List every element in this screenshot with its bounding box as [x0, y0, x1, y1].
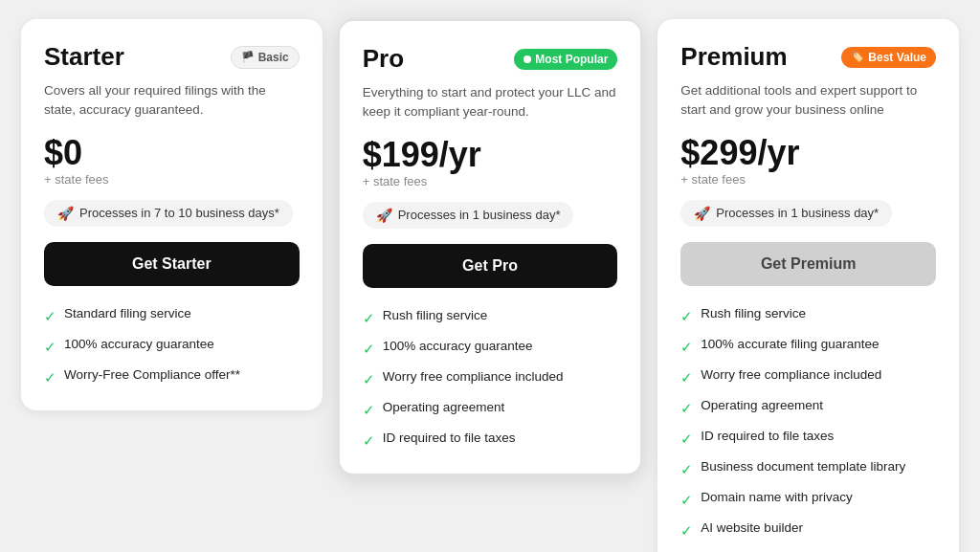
feature-text: Domain name with privacy [701, 489, 852, 507]
feature-item: ✓ Worry free compliance included [363, 368, 618, 389]
feature-item: ✓ Standard filing service [44, 305, 300, 326]
plan-title-pro: Pro [363, 44, 404, 74]
plan-badge-starter: 🏴 Basic [231, 46, 300, 69]
plan-badge-label-pro: Most Popular [535, 53, 608, 66]
plan-title-premium: Premium [680, 42, 787, 72]
check-icon: ✓ [680, 398, 693, 418]
plan-price-starter: $0 [44, 136, 300, 170]
plan-header-pro: Pro Most Popular [363, 44, 618, 74]
check-icon: ✓ [680, 490, 693, 510]
plan-process-time-premium: Processes in 1 business day* [716, 206, 879, 220]
features-list-starter: ✓ Standard filing service ✓ 100% accurac… [44, 305, 300, 387]
check-icon: ✓ [44, 367, 56, 387]
feature-item: ✓ 100% accuracy guarantee [363, 338, 618, 359]
feature-text: Worry free compliance included [383, 368, 564, 386]
feature-text: Rush filing service [383, 307, 488, 325]
plan-process-time-starter: Processes in 7 to 10 business days* [79, 206, 279, 220]
check-icon: ✓ [680, 306, 693, 326]
feature-text: Standard filing service [64, 305, 191, 323]
feature-item: ✓ 100% accuracy guarantee [44, 336, 300, 357]
feature-item: ✓ 100% accurate filing guarantee [680, 336, 936, 357]
plan-process-time-pro: Processes in 1 business day* [398, 208, 561, 222]
check-icon: ✓ [680, 429, 693, 449]
feature-text: Rush filing service [701, 305, 806, 323]
plan-process-badge-starter: 🚀 Processes in 7 to 10 business days* [44, 200, 293, 227]
feature-item: ✓ Operating agreement [680, 397, 936, 418]
feature-text: 100% accuracy guarantee [64, 336, 214, 354]
plan-process-badge-premium: 🚀 Processes in 1 business day* [680, 200, 892, 227]
plan-card-pro: Pro Most Popular Everything to start and… [338, 19, 643, 475]
feature-text: Worry-Free Compliance offer** [64, 366, 240, 385]
feature-item: ✓ ID required to file taxes [363, 430, 618, 451]
rocket-icon-premium: 🚀 [694, 206, 710, 221]
feature-text: Business document template library [701, 458, 905, 476]
check-icon: ✓ [363, 308, 375, 328]
check-icon: ✓ [680, 337, 693, 357]
cta-button-starter[interactable]: Get Starter [44, 242, 300, 286]
feature-text: Worry free compliance included [701, 366, 881, 385]
plan-state-fees-premium: + state fees [680, 172, 936, 187]
feature-item: ✓ Rush filing service [680, 305, 936, 326]
plan-card-premium: Premium 🏷️ Best Value Get additional too… [657, 19, 959, 552]
feature-item: ✓ Domain name with privacy [680, 489, 936, 510]
plan-card-starter: Starter 🏴 Basic Covers all your required… [21, 19, 323, 410]
plan-title-starter: Starter [44, 42, 124, 72]
feature-item: ✓ AI website builder [680, 519, 936, 541]
feature-text: Operating agreement [701, 397, 823, 415]
features-list-pro: ✓ Rush filing service ✓ 100% accuracy gu… [363, 307, 618, 451]
check-icon: ✓ [363, 431, 375, 451]
check-icon: ✓ [363, 369, 375, 389]
plan-description-pro: Everything to start and protect your LLC… [363, 83, 618, 122]
check-icon: ✓ [680, 520, 693, 541]
check-icon: ✓ [44, 337, 56, 357]
feature-text: Operating agreement [383, 399, 505, 417]
plan-state-fees-pro: + state fees [363, 174, 618, 188]
plan-badge-label-premium: Best Value [868, 51, 926, 64]
feature-item: ✓ ID required to file taxes [680, 428, 936, 449]
feature-text: 100% accurate filing guarantee [701, 336, 879, 354]
rocket-icon-pro: 🚀 [376, 208, 392, 223]
plan-state-fees-starter: + state fees [44, 172, 300, 187]
plan-price-premium: $299/yr [680, 136, 936, 170]
plan-badge-pro: Most Popular [514, 49, 617, 70]
pricing-container: Starter 🏴 Basic Covers all your required… [21, 19, 959, 552]
cta-button-pro[interactable]: Get Pro [363, 244, 618, 288]
check-icon: ✓ [44, 306, 56, 326]
feature-item: ✓ Business document template library [680, 458, 936, 479]
plan-description-starter: Covers all your required filings with th… [44, 81, 300, 121]
plan-process-badge-pro: 🚀 Processes in 1 business day* [363, 202, 574, 229]
plan-header-premium: Premium 🏷️ Best Value [680, 42, 936, 72]
plan-header-starter: Starter 🏴 Basic [44, 42, 300, 72]
feature-text: AI website builder [701, 519, 803, 538]
feature-item: ✓ Rush filing service [363, 307, 618, 328]
cta-button-premium[interactable]: Get Premium [680, 242, 936, 286]
check-icon: ✓ [680, 459, 693, 479]
rocket-icon-starter: 🚀 [57, 206, 74, 221]
feature-text: ID required to file taxes [383, 430, 516, 448]
plan-description-premium: Get additional tools and expert support … [680, 81, 936, 121]
plan-badge-premium: 🏷️ Best Value [841, 47, 936, 68]
check-icon: ✓ [363, 339, 375, 359]
check-icon: ✓ [363, 400, 375, 420]
check-icon: ✓ [680, 367, 693, 387]
plan-price-pro: $199/yr [363, 138, 618, 172]
feature-item: ✓ Worry free compliance included [680, 366, 936, 387]
feature-item: ✓ Worry-Free Compliance offer** [44, 366, 300, 387]
feature-item: ✓ Operating agreement [363, 399, 618, 420]
plan-badge-label-starter: Basic [258, 51, 289, 64]
feature-text: ID required to file taxes [701, 428, 834, 446]
features-list-premium: ✓ Rush filing service ✓ 100% accurate fi… [680, 305, 936, 553]
feature-text: 100% accuracy guarantee [383, 338, 533, 356]
